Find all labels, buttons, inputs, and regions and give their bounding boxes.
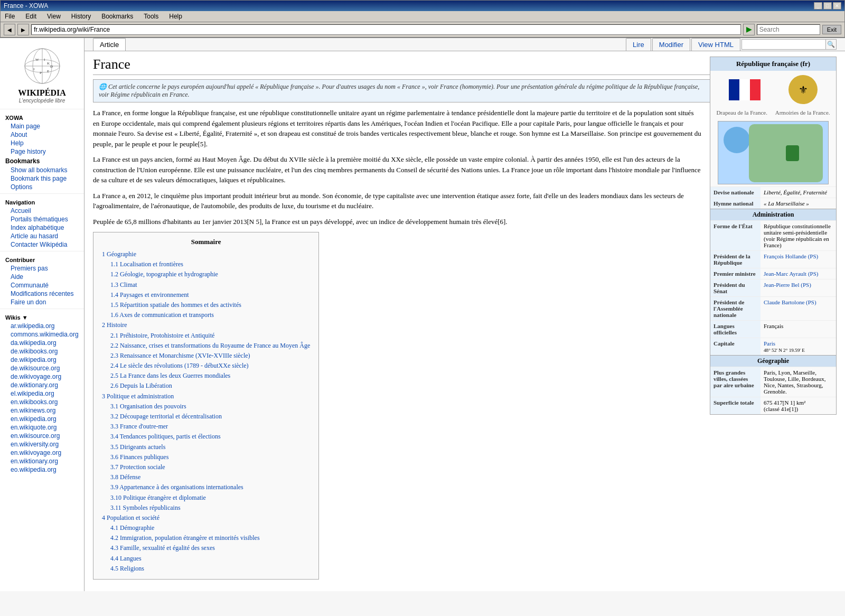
toc-link-3-7[interactable]: 3.7 Protection sociale: [110, 463, 165, 471]
sidebar-help[interactable]: Help: [0, 139, 84, 147]
toc-link-3-3[interactable]: 3.3 France d'outre-mer: [110, 423, 168, 430]
toc-item-2: 2 Histoire 2.1 Préhistoire, Protohistoir…: [102, 320, 310, 391]
sidebar-wiki-el[interactable]: el.wikipedia.org: [0, 389, 84, 398]
sidebar-wiki-de-books[interactable]: de.wikibooks.org: [0, 347, 84, 356]
toc-link-1-2[interactable]: 1.2 Géologie, topographie et hydrographi…: [110, 270, 218, 278]
toc-link-4[interactable]: 4 Population et société: [102, 514, 159, 521]
sidebar-page-history[interactable]: Page history: [0, 147, 84, 156]
exit-button[interactable]: Exit: [822, 25, 841, 34]
toc-link-3-10[interactable]: 3.10 Politique étrangère et diplomatie: [110, 494, 206, 501]
menu-bookmarks[interactable]: Bookmarks: [99, 12, 135, 21]
toc-link-1-1[interactable]: 1.1 Localisation et frontières: [110, 260, 183, 268]
sidebar-about[interactable]: About: [0, 130, 84, 139]
menu-edit[interactable]: Edit: [23, 12, 39, 21]
senat-link[interactable]: Jean-Pierre Bel (PS): [764, 282, 811, 288]
sidebar-portails[interactable]: Portails thématiques: [0, 215, 84, 223]
toc-link-3-6[interactable]: 3.6 Finances publiques: [110, 453, 168, 461]
toc-link-4-3[interactable]: 4.3 Famille, sexualité et égalité des se…: [110, 544, 215, 552]
toc-link-4-5[interactable]: 4.5 Religions: [110, 565, 144, 572]
forward-button[interactable]: ▶: [17, 24, 29, 35]
close-button[interactable]: ✕: [833, 2, 841, 10]
toc-link-2-2[interactable]: 2.2 Naissance, crises et transformations…: [110, 342, 310, 349]
sidebar-wiki-en-source[interactable]: en.wikisource.org: [0, 432, 84, 440]
toc-link-2-6[interactable]: 2.6 Depuis la Libération: [110, 382, 172, 389]
sidebar-wiki-en-quote[interactable]: en.wikiquote.org: [0, 423, 84, 432]
toc-link-2-4[interactable]: 2.4 Le siècle des révolutions (1789 - dé…: [110, 362, 249, 369]
geo-section-title: Géographie: [710, 355, 836, 367]
toc-link-1-4[interactable]: 1.4 Paysages et environnement: [110, 291, 189, 298]
toc-link-2-1[interactable]: 2.1 Préhistoire, Protohistoire et Antiqu…: [110, 332, 214, 339]
tab-modifier[interactable]: Modifier: [652, 38, 690, 51]
sidebar-contacter[interactable]: Contacter Wikipédia: [0, 240, 84, 249]
toc-link-1-6[interactable]: 1.6 Axes de communication et transports: [110, 311, 214, 319]
toc-link-3-5[interactable]: 3.5 Dirigeants actuels: [110, 443, 165, 451]
capitale-link[interactable]: Paris: [764, 340, 775, 347]
toc-link-1-5[interactable]: 1.5 Répartition spatiale des hommes et d…: [110, 301, 241, 309]
sidebar-hasard[interactable]: Article au hasard: [0, 232, 84, 240]
toc-link-1[interactable]: 1 Géographie: [102, 250, 136, 258]
sidebar-wiki-ar[interactable]: ar.wikipedia.org: [0, 322, 84, 330]
sidebar-wiki-en-voyage[interactable]: en.wikivoyage.org: [0, 449, 84, 457]
sidebar-wiki-en-news[interactable]: en.wikinews.org: [0, 406, 84, 415]
president-link[interactable]: François Hollande (PS): [764, 253, 818, 259]
sidebar-wiki-en-versity[interactable]: en.wikiversity.org: [0, 440, 84, 449]
premier-link[interactable]: Jean-Marc Ayrault (PS): [764, 270, 818, 277]
maximize-button[interactable]: □: [823, 2, 832, 10]
menu-view[interactable]: View: [45, 12, 63, 21]
sidebar-main-page[interactable]: Main page: [0, 122, 84, 130]
toc-link-4-4[interactable]: 4.4 Langues: [110, 555, 142, 562]
tab-lire[interactable]: Lire: [626, 38, 651, 51]
article-search-button[interactable]: 🔍: [826, 39, 837, 50]
sidebar-wiki-commons[interactable]: commons.wikimedia.org: [0, 330, 84, 339]
sidebar-wikis-title: Wikis ▼: [0, 311, 84, 322]
toc-link-2-3[interactable]: 2.3 Renaissance et Monarchisme (XVIe-XVI…: [110, 352, 250, 359]
toc-link-3[interactable]: 3 Politique et administration: [102, 393, 174, 400]
sidebar-index[interactable]: Index alphabétique: [0, 223, 84, 232]
president-value: François Hollande (PS): [760, 251, 836, 268]
toc-link-2[interactable]: 2 Histoire: [102, 321, 127, 329]
menu-history[interactable]: History: [69, 12, 93, 21]
sidebar-options[interactable]: Options: [0, 183, 84, 191]
sidebar-accueil[interactable]: Accueil: [0, 207, 84, 215]
toc-link-1-3[interactable]: 1.3 Climat: [110, 281, 137, 288]
toc-link-3-4[interactable]: 3.4 Tendances politiques, partis et élec…: [110, 433, 221, 440]
toc-link-2-5[interactable]: 2.5 La France dans les deux Guerres mond…: [110, 372, 230, 379]
toc-link-3-11[interactable]: 3.11 Symboles républicains: [110, 504, 181, 511]
back-button[interactable]: ◀: [4, 24, 15, 35]
toc-link-3-9[interactable]: 3.9 Appartenance à des organisations int…: [110, 483, 243, 491]
toc-link-3-1[interactable]: 3.1 Organisation des pouvoirs: [110, 403, 186, 410]
sidebar-bookmark-page[interactable]: Bookmark this page: [0, 174, 84, 183]
article-search-input[interactable]: [741, 39, 826, 50]
menu-tools[interactable]: Tools: [142, 12, 161, 21]
address-bar[interactable]: [31, 24, 741, 35]
toc-item-3-8: 3.8 Défense: [110, 472, 310, 482]
toc-link-3-2[interactable]: 3.2 Découpage territorial et décentralis…: [110, 413, 222, 420]
tab-viewhtml[interactable]: View HTML: [691, 38, 740, 51]
sidebar-wiki-de[interactable]: de.wikipedia.org: [0, 356, 84, 364]
sidebar-modifications[interactable]: Modifications récentes: [0, 290, 84, 298]
go-button[interactable]: ▶: [743, 24, 755, 35]
sidebar-wiki-de-tionary[interactable]: de.wiktionary.org: [0, 381, 84, 389]
sidebar-communaute[interactable]: Communauté: [0, 281, 84, 290]
search-input[interactable]: [757, 24, 820, 35]
sidebar-faire-don[interactable]: Faire un don: [0, 298, 84, 306]
sidebar-aide[interactable]: Aide: [0, 273, 84, 281]
tab-article[interactable]: Article: [93, 38, 126, 51]
sidebar-wiki-de-voyage[interactable]: de.wikivoyage.org: [0, 372, 84, 381]
minimize-button[interactable]: _: [814, 2, 822, 10]
sidebar-wiki-de-source[interactable]: de.wikisource.org: [0, 364, 84, 372]
toc-link-4-1[interactable]: 4.1 Démographie: [110, 524, 154, 531]
sidebar-show-bookmarks[interactable]: Show all bookmarks: [0, 166, 84, 174]
toc-link-4-2[interactable]: 4.2 Immigration, population étrangère et…: [110, 534, 260, 542]
menu-help[interactable]: Help: [167, 12, 184, 21]
sidebar-nav-title: Navigation: [0, 196, 84, 207]
sidebar-wiki-en-books[interactable]: en.wikibooks.org: [0, 398, 84, 406]
sidebar-wiki-da[interactable]: da.wikipedia.org: [0, 339, 84, 347]
sidebar-premiers-pas[interactable]: Premiers pas: [0, 264, 84, 273]
sidebar-wiki-en-tionary[interactable]: en.wiktionary.org: [0, 457, 84, 465]
sidebar-wiki-en[interactable]: en.wikipedia.org: [0, 415, 84, 423]
sidebar-wiki-eo[interactable]: eo.wikipedia.org: [0, 465, 84, 474]
assemblee-link[interactable]: Claude Bartolone (PS): [764, 299, 816, 305]
toc-link-3-8[interactable]: 3.8 Défense: [110, 473, 140, 481]
menu-file[interactable]: File: [3, 12, 17, 21]
